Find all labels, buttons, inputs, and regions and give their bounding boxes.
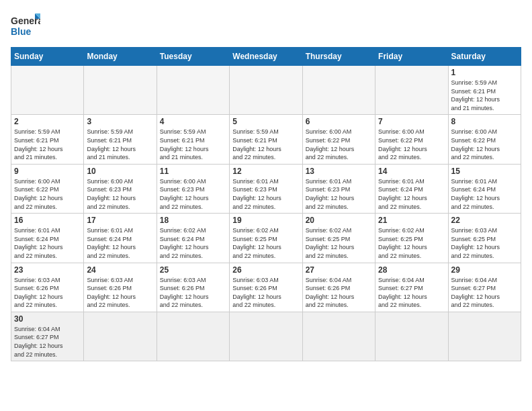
day-info: Sunrise: 6:03 AMSunset: 6:26 PMDaylight:… (232, 276, 299, 310)
day-info: Sunrise: 6:00 AMSunset: 6:22 PMDaylight:… (451, 128, 518, 161)
day-info: Sunrise: 6:03 AMSunset: 6:26 PMDaylight:… (87, 276, 153, 310)
calendar-day-cell: 8Sunrise: 6:00 AMSunset: 6:22 PMDaylight… (448, 115, 521, 164)
day-number: 1 (451, 68, 518, 77)
day-number: 19 (232, 216, 299, 225)
svg-text:Blue: Blue (11, 26, 32, 37)
calendar-day-cell: 22Sunrise: 6:03 AMSunset: 6:25 PMDayligh… (448, 214, 521, 263)
day-number: 27 (306, 265, 372, 275)
calendar-day-cell: 15Sunrise: 6:01 AMSunset: 6:24 PMDayligh… (448, 164, 521, 213)
calendar-day-cell: 30Sunrise: 6:04 AMSunset: 6:27 PMDayligh… (11, 312, 84, 361)
day-number: 3 (87, 117, 153, 126)
calendar-day-cell (84, 66, 157, 115)
day-number: 22 (451, 216, 518, 225)
day-info: Sunrise: 6:01 AMSunset: 6:24 PMDaylight:… (378, 177, 445, 211)
calendar-day-cell (11, 66, 84, 115)
logo-svg: General Blue (11, 11, 40, 40)
day-info: Sunrise: 5:59 AMSunset: 6:21 PMDaylight:… (14, 128, 81, 161)
calendar-day-cell: 23Sunrise: 6:03 AMSunset: 6:26 PMDayligh… (11, 263, 84, 312)
day-number: 8 (451, 117, 518, 126)
day-number: 21 (378, 216, 445, 225)
weekday-header-wednesday: Wednesday (230, 48, 302, 66)
day-number: 7 (378, 117, 445, 126)
calendar-day-cell: 6Sunrise: 6:00 AMSunset: 6:22 PMDaylight… (302, 115, 375, 164)
day-number: 29 (451, 265, 518, 275)
day-number: 4 (160, 117, 226, 126)
calendar-day-cell (157, 66, 229, 115)
day-info: Sunrise: 6:04 AMSunset: 6:27 PMDaylight:… (378, 276, 445, 310)
calendar-day-cell (230, 312, 302, 361)
day-info: Sunrise: 6:02 AMSunset: 6:25 PMDaylight:… (306, 226, 372, 260)
day-number: 9 (14, 167, 81, 176)
calendar-day-cell: 20Sunrise: 6:02 AMSunset: 6:25 PMDayligh… (302, 214, 375, 263)
calendar-day-cell: 10Sunrise: 6:00 AMSunset: 6:23 PMDayligh… (84, 164, 157, 213)
calendar-day-cell: 11Sunrise: 6:00 AMSunset: 6:23 PMDayligh… (157, 164, 229, 213)
day-number: 11 (160, 167, 226, 176)
calendar-header: General Blue (11, 11, 521, 40)
day-info: Sunrise: 5:59 AMSunset: 6:21 PMDaylight:… (160, 128, 226, 161)
calendar-table: SundayMondayTuesdayWednesdayThursdayFrid… (11, 47, 521, 361)
day-info: Sunrise: 6:01 AMSunset: 6:23 PMDaylight:… (232, 177, 299, 211)
calendar-day-cell: 9Sunrise: 6:00 AMSunset: 6:22 PMDaylight… (11, 164, 84, 213)
calendar-week-row: 9Sunrise: 6:00 AMSunset: 6:22 PMDaylight… (11, 164, 521, 213)
calendar-day-cell: 1Sunrise: 5:59 AMSunset: 6:21 PMDaylight… (448, 66, 521, 115)
calendar-day-cell: 4Sunrise: 5:59 AMSunset: 6:21 PMDaylight… (157, 115, 229, 164)
day-info: Sunrise: 6:04 AMSunset: 6:26 PMDaylight:… (306, 276, 372, 310)
day-number: 20 (306, 216, 372, 225)
weekday-header-row: SundayMondayTuesdayWednesdayThursdayFrid… (11, 48, 521, 66)
weekday-header-tuesday: Tuesday (157, 48, 229, 66)
calendar-day-cell: 29Sunrise: 6:04 AMSunset: 6:27 PMDayligh… (448, 263, 521, 312)
day-info: Sunrise: 6:00 AMSunset: 6:22 PMDaylight:… (378, 128, 445, 161)
day-number: 18 (160, 216, 226, 225)
day-number: 2 (14, 117, 81, 126)
day-info: Sunrise: 5:59 AMSunset: 6:21 PMDaylight:… (87, 128, 153, 161)
day-info: Sunrise: 6:02 AMSunset: 6:25 PMDaylight:… (378, 226, 445, 260)
calendar-day-cell: 2Sunrise: 5:59 AMSunset: 6:21 PMDaylight… (11, 115, 84, 164)
calendar-day-cell: 7Sunrise: 6:00 AMSunset: 6:22 PMDaylight… (375, 115, 448, 164)
calendar-day-cell: 24Sunrise: 6:03 AMSunset: 6:26 PMDayligh… (84, 263, 157, 312)
day-info: Sunrise: 6:00 AMSunset: 6:23 PMDaylight:… (87, 177, 153, 211)
calendar-day-cell: 28Sunrise: 6:04 AMSunset: 6:27 PMDayligh… (375, 263, 448, 312)
weekday-header-friday: Friday (375, 48, 448, 66)
day-number: 25 (160, 265, 226, 275)
day-info: Sunrise: 6:04 AMSunset: 6:27 PMDaylight:… (451, 276, 518, 310)
day-info: Sunrise: 5:59 AMSunset: 6:21 PMDaylight:… (451, 79, 518, 112)
calendar-week-row: 30Sunrise: 6:04 AMSunset: 6:27 PMDayligh… (11, 312, 521, 361)
calendar-week-row: 16Sunrise: 6:01 AMSunset: 6:24 PMDayligh… (11, 214, 521, 263)
weekday-header-monday: Monday (84, 48, 157, 66)
day-number: 23 (14, 265, 81, 275)
weekday-header-thursday: Thursday (302, 48, 375, 66)
day-number: 5 (232, 117, 299, 126)
day-number: 14 (378, 167, 445, 176)
day-number: 17 (87, 216, 153, 225)
day-number: 6 (306, 117, 372, 126)
calendar-day-cell (230, 66, 302, 115)
weekday-header-saturday: Saturday (448, 48, 521, 66)
logo: General Blue (11, 11, 40, 40)
calendar-day-cell: 26Sunrise: 6:03 AMSunset: 6:26 PMDayligh… (230, 263, 302, 312)
day-info: Sunrise: 6:03 AMSunset: 6:26 PMDaylight:… (14, 276, 81, 310)
day-info: Sunrise: 6:00 AMSunset: 6:22 PMDaylight:… (14, 177, 81, 211)
calendar-week-row: 23Sunrise: 6:03 AMSunset: 6:26 PMDayligh… (11, 263, 521, 312)
day-number: 10 (87, 167, 153, 176)
day-info: Sunrise: 5:59 AMSunset: 6:21 PMDaylight:… (232, 128, 299, 161)
day-info: Sunrise: 6:03 AMSunset: 6:26 PMDaylight:… (160, 276, 226, 310)
calendar-day-cell: 25Sunrise: 6:03 AMSunset: 6:26 PMDayligh… (157, 263, 229, 312)
day-number: 13 (306, 167, 372, 176)
calendar-day-cell (302, 66, 375, 115)
calendar-day-cell: 3Sunrise: 5:59 AMSunset: 6:21 PMDaylight… (84, 115, 157, 164)
calendar-day-cell (375, 312, 448, 361)
calendar-day-cell (375, 66, 448, 115)
day-number: 26 (232, 265, 299, 275)
day-info: Sunrise: 6:01 AMSunset: 6:24 PMDaylight:… (14, 226, 81, 260)
calendar-day-cell (84, 312, 157, 361)
day-number: 15 (451, 167, 518, 176)
day-info: Sunrise: 6:00 AMSunset: 6:23 PMDaylight:… (160, 177, 226, 211)
calendar-day-cell: 5Sunrise: 5:59 AMSunset: 6:21 PMDaylight… (230, 115, 302, 164)
day-info: Sunrise: 6:01 AMSunset: 6:24 PMDaylight:… (451, 177, 518, 211)
calendar-day-cell: 14Sunrise: 6:01 AMSunset: 6:24 PMDayligh… (375, 164, 448, 213)
day-info: Sunrise: 6:03 AMSunset: 6:25 PMDaylight:… (451, 226, 518, 260)
weekday-header-sunday: Sunday (11, 48, 84, 66)
calendar-day-cell: 18Sunrise: 6:02 AMSunset: 6:24 PMDayligh… (157, 214, 229, 263)
day-number: 24 (87, 265, 153, 275)
calendar-day-cell: 16Sunrise: 6:01 AMSunset: 6:24 PMDayligh… (11, 214, 84, 263)
